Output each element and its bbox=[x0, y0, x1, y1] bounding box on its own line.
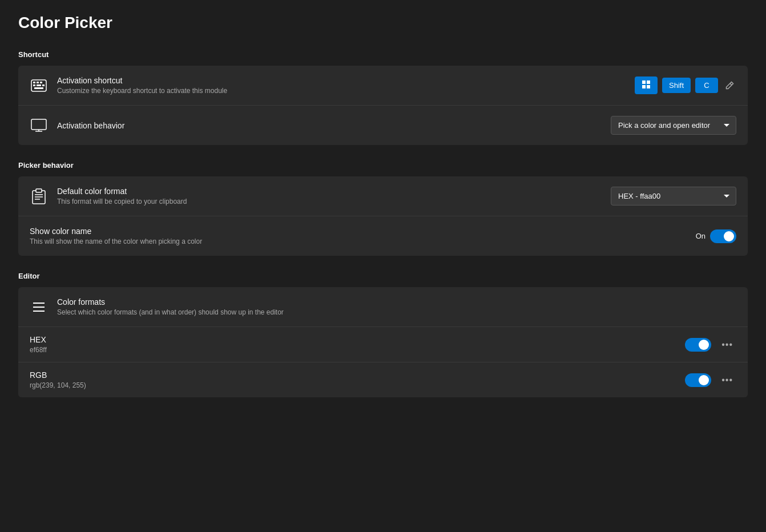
picker-behavior-section-label: Picker behavior bbox=[18, 161, 748, 170]
rgb-format-toggle[interactable] bbox=[685, 373, 711, 387]
shortcut-keys-group: Shift C bbox=[635, 76, 736, 94]
svg-rect-2 bbox=[37, 82, 39, 83]
svg-line-12 bbox=[730, 83, 732, 85]
editor-section-label: Editor bbox=[18, 272, 748, 280]
page-title: Color Picker bbox=[18, 14, 748, 32]
hex-format-value: ef68ff bbox=[30, 346, 47, 354]
svg-rect-4 bbox=[33, 84, 35, 86]
activation-behavior-title: Activation behavior bbox=[57, 121, 124, 130]
activation-behavior-row: Activation behavior Pick a color and ope… bbox=[18, 106, 748, 145]
default-color-format-subtitle: This format will be copied to your clipb… bbox=[57, 198, 187, 205]
color-formats-header-row: Color formats Select which color formats… bbox=[18, 287, 748, 327]
svg-rect-9 bbox=[647, 80, 650, 84]
rgb-format-row: RGB rgb(239, 104, 255) ••• bbox=[18, 362, 748, 397]
svg-rect-8 bbox=[642, 80, 646, 84]
svg-rect-7 bbox=[34, 87, 43, 89]
clipboard-icon bbox=[30, 187, 48, 205]
default-color-format-title: Default color format bbox=[57, 187, 187, 196]
activation-shortcut-subtitle: Customize the keyboard shortcut to activ… bbox=[57, 87, 227, 95]
hex-format-toggle[interactable] bbox=[685, 338, 711, 352]
activation-behavior-dropdown[interactable]: Pick a color and open editor Pick a colo… bbox=[611, 116, 736, 135]
show-color-name-toggle-group: On bbox=[696, 229, 736, 243]
key-shift: Shift bbox=[662, 78, 691, 93]
show-color-name-row: Show color name This will show the name … bbox=[18, 216, 748, 256]
key-c: C bbox=[695, 78, 718, 93]
hex-format-controls: ••• bbox=[685, 337, 736, 352]
rgb-format-controls: ••• bbox=[685, 373, 736, 388]
edit-shortcut-button[interactable] bbox=[723, 79, 736, 92]
shortcut-section: Activation shortcut Customize the keyboa… bbox=[18, 66, 748, 145]
svg-rect-17 bbox=[36, 189, 42, 192]
color-formats-title: Color formats bbox=[57, 297, 284, 307]
picker-behavior-section: Default color format This format will be… bbox=[18, 176, 748, 256]
hex-format-row: HEX ef68ff ••• bbox=[18, 327, 748, 362]
rgb-format-value: rgb(239, 104, 255) bbox=[30, 381, 86, 389]
svg-rect-1 bbox=[33, 82, 35, 83]
key-win bbox=[635, 76, 658, 94]
editor-section: Color formats Select which color formats… bbox=[18, 287, 748, 397]
hex-format-name: HEX bbox=[30, 335, 47, 344]
svg-rect-5 bbox=[37, 84, 41, 86]
activation-shortcut-title: Activation shortcut bbox=[57, 76, 227, 85]
svg-rect-6 bbox=[42, 84, 45, 86]
keyboard-icon bbox=[30, 76, 48, 95]
monitor-icon bbox=[30, 116, 48, 135]
list-icon bbox=[30, 298, 48, 316]
svg-rect-3 bbox=[40, 82, 42, 83]
svg-rect-10 bbox=[642, 85, 646, 88]
hex-format-more-button[interactable]: ••• bbox=[718, 337, 736, 352]
default-color-format-dropdown[interactable]: HEX - ffaa00 RGB HSL HSV CMYK bbox=[611, 187, 736, 205]
color-formats-subtitle: Select which color formats (and in what … bbox=[57, 308, 284, 316]
svg-rect-11 bbox=[647, 85, 650, 88]
svg-rect-13 bbox=[31, 119, 46, 130]
show-color-name-subtitle: This will show the name of the color whe… bbox=[30, 237, 202, 245]
default-color-format-row: Default color format This format will be… bbox=[18, 176, 748, 216]
show-color-name-title: Show color name bbox=[30, 227, 202, 236]
show-color-name-toggle-label: On bbox=[696, 232, 705, 240]
rgb-format-more-button[interactable]: ••• bbox=[718, 373, 736, 388]
activation-shortcut-row: Activation shortcut Customize the keyboa… bbox=[18, 66, 748, 106]
shortcut-section-label: Shortcut bbox=[18, 50, 748, 59]
rgb-format-name: RGB bbox=[30, 370, 86, 380]
show-color-name-toggle[interactable] bbox=[710, 229, 736, 243]
